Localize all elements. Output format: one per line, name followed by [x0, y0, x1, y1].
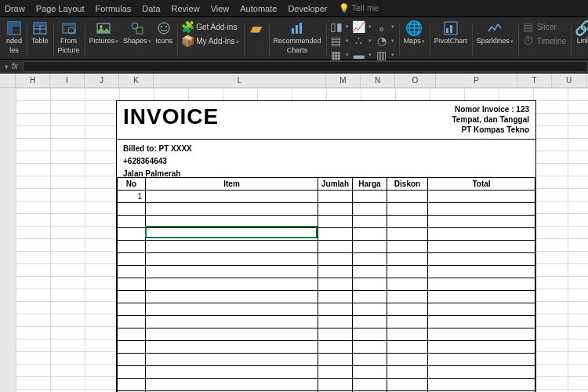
pictures-icon — [96, 20, 111, 36]
table-row[interactable] — [118, 379, 535, 391]
table-row[interactable] — [118, 354, 535, 366]
table-row[interactable] — [118, 253, 535, 266]
col-t[interactable]: T — [517, 74, 552, 87]
from-picture-button[interactable]: FromPicture — [58, 20, 80, 55]
tab-automate[interactable]: Automate — [240, 4, 277, 13]
table-row[interactable] — [118, 316, 535, 328]
th-total: Total — [428, 178, 535, 191]
col-k[interactable]: K — [119, 74, 154, 87]
col-p[interactable]: P — [436, 74, 517, 87]
table-row[interactable] — [118, 291, 535, 303]
pie-chart-icon: ◔ — [376, 35, 387, 46]
recommended-pivottables-button[interactable]: ndedles — [6, 20, 22, 55]
col-o[interactable]: O — [395, 74, 436, 87]
col-i[interactable]: I — [50, 74, 85, 87]
invoice-template: INVOICE Nomor Invoice : 123 Tempat, dan … — [116, 100, 536, 392]
shapes-icon — [129, 20, 145, 36]
ribbon-tabs: Draw Page Layout Formulas Data Review Vi… — [0, 0, 588, 17]
table-row[interactable] — [118, 266, 535, 278]
svg-rect-9 — [63, 24, 75, 26]
col-n[interactable]: N — [361, 74, 395, 87]
from-picture-label2: Picture — [58, 46, 80, 54]
sparklines-icon — [487, 20, 503, 36]
table-button[interactable]: Table — [31, 20, 49, 45]
tab-formulas[interactable]: Formulas — [95, 4, 131, 13]
table-row[interactable] — [118, 366, 535, 379]
svg-rect-18 — [292, 28, 294, 34]
table-row[interactable] — [118, 278, 535, 291]
tab-review[interactable]: Review — [172, 4, 200, 13]
col-m[interactable]: M — [326, 74, 361, 87]
column-headers: H I J K L M N O P T U — [0, 74, 588, 88]
surface-chart-button[interactable]: ▦▾ — [331, 49, 349, 61]
rec-charts-l1: Recommended — [274, 37, 321, 45]
svg-point-16 — [161, 26, 162, 27]
slicer-button[interactable]: ▤ Slicer — [523, 20, 557, 33]
formula-input[interactable] — [23, 61, 588, 72]
fx-icon[interactable]: fx — [12, 62, 18, 71]
pictures-button[interactable]: Pictures▾ — [89, 20, 119, 45]
store-icon: 🧩 — [182, 21, 193, 32]
timeline-icon: ⏱ — [523, 35, 534, 46]
bing-icon: ▰ — [249, 20, 264, 36]
sparklines-button[interactable]: Sparklines▾ — [477, 20, 514, 45]
get-addins-button[interactable]: 🧩 Get Add-ins — [182, 20, 237, 33]
svg-point-13 — [132, 23, 138, 29]
col-u[interactable]: U — [552, 74, 586, 87]
scatter-chart-button[interactable]: ∴▾ — [354, 34, 372, 47]
pivotchart-icon — [443, 20, 459, 36]
fx-expand-icon[interactable]: ▾ — [5, 63, 9, 71]
hierarchy-chart-button[interactable]: ▤▾ — [331, 34, 349, 47]
chart-icon — [289, 20, 305, 36]
my-addins-button[interactable]: 📦 My Add-ins▾ — [182, 34, 238, 47]
table-row[interactable]: 1 — [118, 191, 535, 203]
row-headers — [0, 88, 16, 392]
bing-maps-button[interactable]: ▰ — [249, 20, 264, 36]
stat-chart-button[interactable]: ₒ▾ — [376, 20, 394, 33]
tab-view[interactable]: View — [211, 4, 230, 13]
invoice-company: PT Kompas Tekno — [452, 125, 529, 135]
column-chart-button[interactable]: ▯▮▾ — [331, 20, 349, 33]
combo-chart-button[interactable]: ▥▾ — [376, 49, 394, 61]
pie-chart-button[interactable]: ◔▾ — [376, 34, 394, 47]
formula-bar: ▾ fx — [0, 60, 588, 74]
ribbon: ndedles Table FromPicture Pictures▾ Shap… — [0, 17, 588, 60]
table-row[interactable] — [118, 203, 535, 216]
stat-chart-icon: ₒ — [376, 21, 387, 32]
link-icon: 🔗 — [575, 20, 588, 36]
shapes-button[interactable]: Shapes▾ — [123, 20, 151, 45]
link-button[interactable]: 🔗 Link — [575, 20, 588, 45]
tab-developer[interactable]: Developer — [288, 4, 327, 13]
timeline-button[interactable]: ⏱ Timeline — [523, 34, 566, 47]
col-l[interactable]: L — [154, 74, 326, 87]
svg-point-17 — [165, 26, 167, 27]
tab-data[interactable]: Data — [142, 4, 160, 13]
line-chart-button[interactable]: 📈▾ — [354, 20, 372, 33]
svg-rect-20 — [299, 23, 302, 34]
table-row[interactable] — [118, 341, 535, 354]
table-row[interactable] — [118, 303, 535, 316]
table-row[interactable] — [118, 228, 535, 241]
recommended-charts-button[interactable]: RecommendedCharts — [274, 20, 321, 55]
maps-icon: 🌐 — [406, 20, 422, 36]
col-j[interactable]: J — [85, 74, 119, 87]
tab-tell-me[interactable]: 💡 Tell me — [339, 3, 379, 13]
rec-charts-l2: Charts — [287, 46, 308, 54]
surface-chart-icon: ▦ — [331, 49, 342, 60]
col-h[interactable]: H — [16, 74, 50, 87]
table-icon — [32, 20, 48, 36]
pivotchart-button[interactable]: PivotChart — [434, 20, 467, 45]
table-row[interactable] — [118, 241, 535, 253]
th-diskon: Diskon — [387, 178, 428, 191]
waterfall-chart-button[interactable]: ▬▾ — [354, 49, 372, 61]
tab-draw[interactable]: Draw — [5, 4, 25, 13]
icons-button[interactable]: Icons — [156, 20, 173, 45]
scatter-chart-icon: ∴ — [354, 35, 365, 46]
tab-page-layout[interactable]: Page Layout — [36, 4, 85, 13]
combo-chart-icon: ▥ — [376, 49, 387, 60]
maps-button[interactable]: 🌐 Maps▾ — [404, 20, 425, 45]
svg-rect-7 — [34, 23, 46, 26]
table-row[interactable] — [118, 328, 535, 341]
spreadsheet[interactable]: H I J K L M N O P T U INVOICE Nomor Invo… — [0, 74, 588, 392]
table-row[interactable] — [118, 216, 535, 228]
